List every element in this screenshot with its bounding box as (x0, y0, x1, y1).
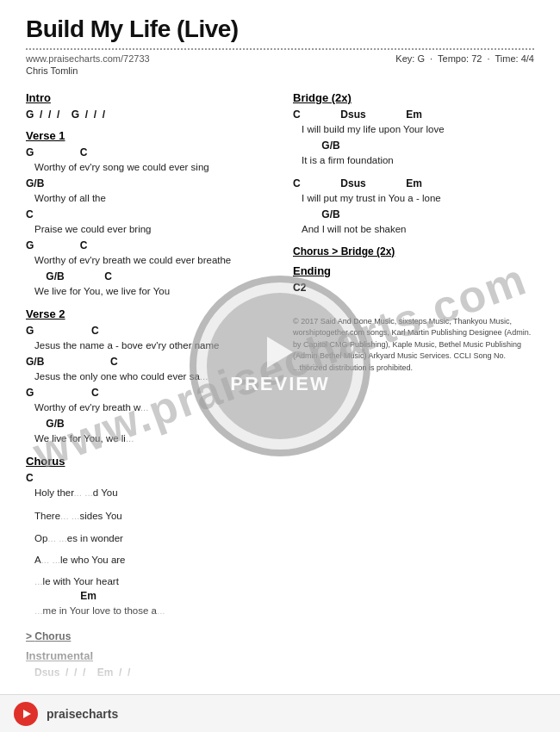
v1-line2: G/B Worthy of all the (26, 177, 267, 206)
intro-chords: G / / / G / / / (26, 108, 267, 122)
tempo-label: Tempo: 72 (438, 53, 482, 64)
key-label: Key: G (395, 53, 425, 64)
play-button-icon (23, 710, 31, 718)
artist-label: Chris Tomlin (26, 65, 534, 76)
v1-line3: C Praise we could ever bring (26, 208, 267, 237)
url-label: www.praisecharts.com/72733 (26, 53, 150, 64)
bridge-title: Bridge (2x) (293, 91, 534, 104)
chorus-line5: ...le with Your heart (26, 574, 267, 589)
verse2-title: Verse 2 (26, 307, 267, 320)
footer-logo[interactable] (14, 702, 38, 726)
page-title: Build My Life (Live) (26, 16, 534, 43)
v2-line1: G C Jesus the name a - bove ev'ry other … (26, 324, 267, 353)
bridge-line1: C Dsus Em I will build my life upon Your… (293, 108, 534, 137)
intro-section: Intro G / / / G / / / (26, 91, 267, 122)
intro-title: Intro (26, 91, 267, 104)
chorus-line4: A... ...le who You are (26, 553, 267, 568)
v1-line4: G C Worthy of ev'ry breath we could ever… (26, 239, 267, 268)
chorus-line3: Op... ...es in wonder (26, 531, 267, 546)
verse1-title: Verse 1 (26, 129, 267, 142)
chorus-bridge-ref: Chorus > Bridge (2x) (293, 245, 534, 257)
footer-bar: praisecharts (0, 694, 560, 732)
v1-line5: G/B C We live for You, we live for You (26, 270, 267, 299)
bridge-section: Bridge (2x) C Dsus Em I will build my li… (293, 91, 534, 237)
chorus-line2: There... ...sides You (26, 509, 267, 524)
meta-row: www.praisecharts.com/72733 Key: G · Temp… (26, 53, 534, 64)
bridge-line4: G/B And I will not be shaken (293, 208, 534, 237)
bridge-line2: G/B It is a firm foundation (293, 139, 534, 168)
divider (26, 48, 534, 50)
right-column: Bridge (2x) C Dsus Em I will build my li… (293, 91, 534, 680)
page: Build My Life (Live) www.praisecharts.co… (0, 0, 560, 732)
header: Build My Life (Live) www.praisecharts.co… (0, 0, 560, 83)
chorus-line1: C Holy ther... ...d You (26, 471, 267, 500)
v1-line1: G C Worthy of ev'ry song we could ever s… (26, 146, 267, 175)
time-label: Time: 4/4 (495, 53, 534, 64)
bridge-line3: C Dsus Em I will put my trust in You a -… (293, 177, 534, 206)
meta-info: Key: G · Tempo: 72 · Time: 4/4 (395, 53, 534, 64)
verse1-section: Verse 1 G C Worthy of ev'ry song we coul… (26, 129, 267, 299)
footer-brand: praisecharts (47, 707, 118, 721)
